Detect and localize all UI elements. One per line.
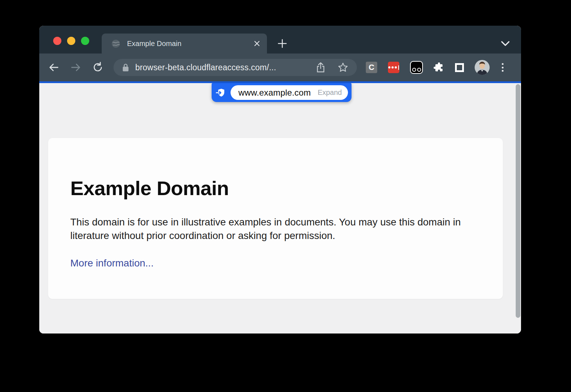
browser-toolbar: browser-beta.cloudflareaccess.com/... C	[39, 54, 521, 81]
profile-avatar[interactable]	[475, 60, 490, 75]
address-bar[interactable]: browser-beta.cloudflareaccess.com/...	[113, 59, 357, 76]
reload-button[interactable]	[92, 61, 104, 73]
page-viewport: www.example.com Expand Example Domain Th…	[39, 83, 521, 334]
more-information-link[interactable]: More information...	[70, 258, 153, 269]
content-card: Example Domain This domain is for use in…	[48, 138, 503, 299]
page-heading: Example Domain	[70, 177, 474, 200]
black-squircle-extension-icon[interactable]	[410, 61, 423, 74]
back-button[interactable]	[48, 61, 60, 73]
new-tab-button[interactable]	[277, 38, 288, 49]
bookmark-star-icon[interactable]	[338, 62, 348, 73]
url-text[interactable]: browser-beta.cloudflareaccess.com/...	[135, 63, 316, 72]
side-panel-icon[interactable]	[455, 63, 464, 72]
isolation-capsule: www.example.com Expand	[231, 85, 348, 100]
share-icon[interactable]	[316, 62, 325, 73]
page-paragraph: This domain is for use in illustrative e…	[70, 215, 474, 243]
scrollbar-thumb[interactable]	[516, 84, 520, 318]
extensions-area: C	[366, 54, 505, 81]
browser-window: Example Domain browser-b	[39, 26, 521, 334]
lastpass-extension-icon[interactable]	[388, 62, 399, 73]
close-window-button[interactable]	[53, 37, 61, 45]
tab-example-domain[interactable]: Example Domain	[102, 34, 267, 54]
isolated-domain-text: www.example.com	[238, 88, 313, 98]
avatar-image	[475, 60, 490, 75]
isolation-domain-pill: www.example.com Expand	[212, 83, 352, 102]
tab-title: Example Domain	[127, 40, 253, 48]
shield-arrow-icon	[216, 87, 227, 98]
tab-search-chevron-icon[interactable]	[500, 39, 510, 48]
extensions-puzzle-icon[interactable]	[434, 62, 444, 73]
zoom-window-button[interactable]	[81, 37, 89, 45]
tab-strip: Example Domain	[39, 26, 521, 54]
forward-button[interactable]	[70, 61, 82, 73]
browser-menu-icon[interactable]	[500, 62, 505, 73]
globe-favicon-icon	[111, 39, 121, 49]
close-tab-icon[interactable]	[253, 40, 261, 47]
extension-c-icon[interactable]: C	[366, 62, 377, 73]
expand-button[interactable]: Expand	[318, 88, 342, 97]
window-controls	[53, 37, 89, 45]
minimize-window-button[interactable]	[67, 37, 75, 45]
lock-icon[interactable]	[122, 63, 129, 72]
